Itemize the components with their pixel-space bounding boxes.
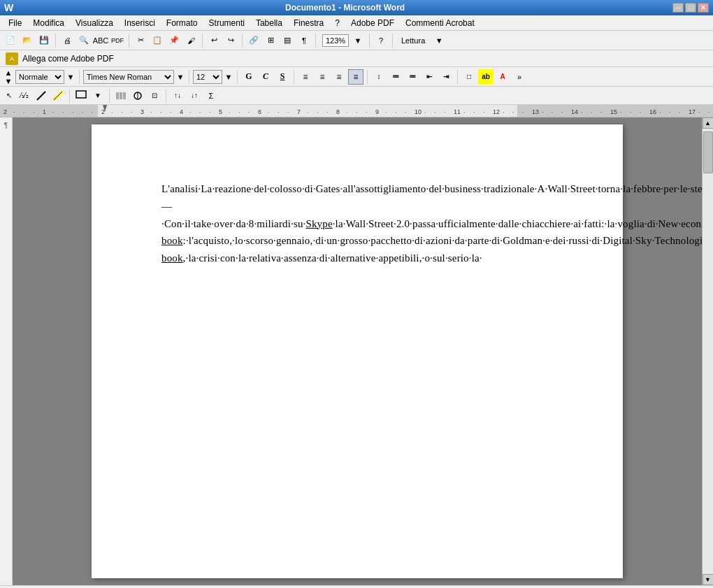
word-skype-1: Skype (305, 218, 332, 229)
decrease-indent-button[interactable]: ⇤ (422, 69, 437, 85)
zoom-area: 123% ▼ (322, 33, 366, 48)
arrange-btn[interactable]: ⊡ (147, 88, 162, 103)
sort-desc-btn[interactable]: ↓↑ (187, 88, 202, 103)
style-select[interactable]: Normale (15, 70, 64, 84)
svg-text:·: · (385, 108, 387, 115)
hyperlink-button[interactable]: 🔗 (246, 33, 261, 48)
document-area[interactable]: L'analisi·La·reazione·del·colosso·di·Gat… (13, 117, 702, 585)
font-select[interactable]: Times New Roman (83, 70, 174, 84)
formatting-toolbar: ▲▼ Normale ▼ Times New Roman ▼ 12 ▼ G C … (0, 67, 713, 87)
fmt-sep-6 (457, 70, 458, 84)
bold-button[interactable]: G (241, 69, 257, 85)
style-dropdown-arrow[interactable]: ▲▼ (3, 69, 14, 85)
scroll-thumb[interactable] (703, 131, 713, 173)
minimize-button[interactable]: ─ (672, 3, 684, 13)
show-hide-button[interactable]: ¶ (296, 33, 312, 48)
draw-more-btn[interactable]: ▼ (90, 88, 106, 103)
diagram-btn[interactable] (130, 88, 145, 103)
menu-help[interactable]: ? (329, 17, 345, 29)
draw-btn-4[interactable] (50, 88, 66, 103)
svg-text:7: 7 (297, 108, 301, 115)
increase-indent-button[interactable]: ⇥ (438, 69, 454, 85)
left-panel: ¶ (0, 117, 13, 585)
align-justify-button[interactable]: ≡ (348, 69, 363, 85)
outside-border-button[interactable]: □ (461, 69, 477, 85)
more-button[interactable]: » (512, 69, 527, 85)
menu-tabella[interactable]: Tabella (250, 17, 288, 29)
maximize-button[interactable]: □ (685, 3, 696, 13)
spelling-button[interactable]: ABC (93, 33, 108, 48)
font-color-button[interactable]: A (495, 69, 510, 85)
svg-text:·: · (405, 108, 407, 115)
close-button[interactable]: ✕ (698, 3, 709, 13)
bullets-button[interactable]: ≔ (388, 69, 403, 85)
toolbar-separator-5 (315, 34, 316, 48)
paste-button[interactable]: 📌 (166, 33, 182, 48)
svg-text:·: · (307, 108, 309, 115)
undo-button[interactable]: ↩ (206, 33, 222, 48)
pdf-button[interactable]: PDF (110, 33, 125, 48)
draw-btn-1[interactable]: ↖ (3, 88, 15, 103)
read-mode-button[interactable]: Lettura (396, 33, 430, 48)
svg-rect-3 (76, 91, 86, 98)
menu-commenti[interactable]: Commenti Acrobat (400, 17, 480, 29)
svg-text:·: · (434, 108, 436, 115)
toolbar-separator-1 (55, 34, 56, 48)
menu-visualizza[interactable]: Visualizza (70, 17, 119, 29)
zoom-dropdown[interactable]: ▼ (350, 33, 366, 48)
draw-btn-2[interactable]: ⁄₁⁄₂ (17, 88, 32, 103)
svg-text:·: · (326, 108, 329, 115)
menu-modifica[interactable]: Modifica (27, 17, 70, 29)
align-center-button[interactable]: ≡ (315, 69, 330, 85)
zoom-input[interactable]: 123% (322, 34, 349, 47)
scroll-up-button[interactable]: ▲ (703, 117, 714, 129)
numbering-button[interactable]: ≔ (405, 69, 420, 85)
align-right-button[interactable]: ≡ (331, 69, 347, 85)
underline-button[interactable]: S (275, 69, 290, 85)
svg-rect-5 (120, 92, 122, 99)
svg-text:14: 14 (571, 108, 578, 115)
print-preview-button[interactable]: 🔍 (76, 33, 92, 48)
draw-btn-3[interactable] (34, 88, 49, 103)
size-arrow[interactable]: ▼ (224, 69, 233, 85)
copy-button[interactable]: 📋 (150, 33, 165, 48)
svg-text:·: · (52, 108, 55, 115)
columns-button[interactable]: ▤ (280, 33, 295, 48)
draw-shapes-button[interactable] (73, 88, 89, 103)
status-bar: Pagina: 1 Sez 1 1/1 A 1 cm Riga 1 Col 1 (0, 585, 713, 588)
vertical-scrollbar[interactable]: ▲ ▼ (702, 117, 713, 585)
save-button[interactable]: 💾 (36, 33, 52, 48)
print-button[interactable]: 🖨 (59, 33, 75, 48)
open-button[interactable]: 📂 (20, 33, 35, 48)
menu-finestra[interactable]: Finestra (288, 17, 329, 29)
svg-text:17: 17 (689, 108, 696, 115)
table-button[interactable]: ⊞ (263, 33, 278, 48)
italic-button[interactable]: C (258, 69, 273, 85)
svg-text:·: · (111, 108, 113, 115)
scroll-down-button[interactable]: ▼ (703, 574, 714, 585)
menu-adobe-pdf[interactable]: Adobe PDF (345, 17, 400, 29)
style-arrow[interactable]: ▼ (66, 69, 75, 85)
highlight-button[interactable]: ab (478, 69, 494, 85)
menu-inserisci[interactable]: Inserisci (119, 17, 161, 29)
new-button[interactable]: 📄 (3, 33, 18, 48)
line-spacing-button[interactable]: ↕ (371, 69, 387, 85)
main-area: ¶ L'analisi·La·reazione·del·colosso·di·G… (0, 117, 713, 585)
cut-button[interactable]: ✂ (133, 33, 148, 48)
read-mode-dropdown[interactable]: ▼ (431, 33, 447, 48)
font-size-select[interactable]: 12 (193, 70, 222, 84)
svg-text:·: · (131, 108, 133, 115)
align-left-button[interactable]: ≡ (298, 69, 313, 85)
help-button[interactable]: ? (373, 33, 389, 48)
menu-formato[interactable]: Formato (161, 17, 203, 29)
menu-strumenti[interactable]: Strumenti (203, 17, 250, 29)
menu-file[interactable]: File (3, 17, 27, 29)
column-settings-btn[interactable] (113, 88, 129, 103)
svg-text:8: 8 (336, 108, 340, 115)
format-painter-button[interactable]: 🖌 (183, 33, 199, 48)
formula-btn[interactable]: Σ (203, 88, 219, 103)
redo-button[interactable]: ↪ (223, 33, 238, 48)
svg-text:·: · (199, 108, 201, 115)
font-arrow[interactable]: ▼ (175, 69, 185, 85)
sort-asc-btn[interactable]: ↑↓ (170, 88, 185, 103)
